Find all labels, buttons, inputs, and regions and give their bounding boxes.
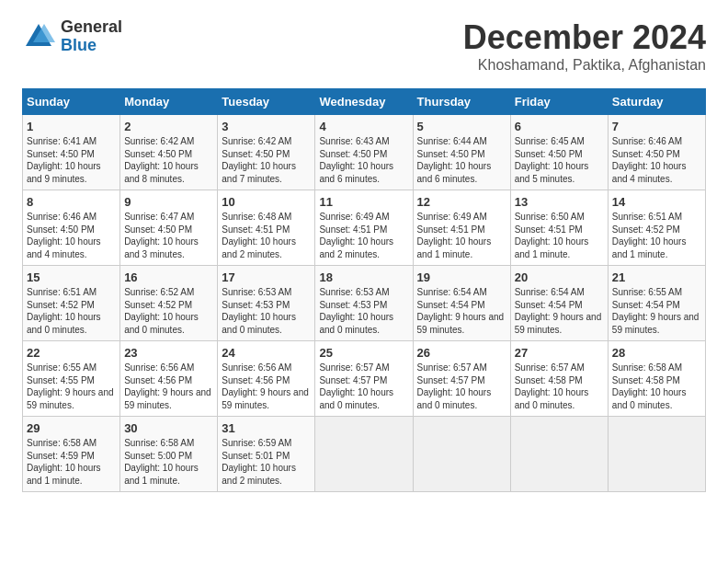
calendar-cell: 8Sunrise: 6:46 AM Sunset: 4:50 PM Daylig… <box>23 190 120 266</box>
day-number: 22 <box>27 346 116 360</box>
day-number: 14 <box>612 195 701 209</box>
day-content: Sunrise: 6:57 AM Sunset: 4:57 PM Dayligh… <box>319 362 408 411</box>
day-content: Sunrise: 6:44 AM Sunset: 4:50 PM Dayligh… <box>417 135 506 185</box>
day-content: Sunrise: 6:54 AM Sunset: 4:54 PM Dayligh… <box>515 286 604 336</box>
day-content: Sunrise: 6:48 AM Sunset: 4:51 PM Dayligh… <box>222 211 311 260</box>
day-number: 2 <box>124 120 213 133</box>
day-number: 18 <box>319 270 408 284</box>
day-number: 5 <box>417 120 506 133</box>
calendar-cell: 1Sunrise: 6:41 AM Sunset: 4:50 PM Daylig… <box>23 115 120 190</box>
day-number: 26 <box>417 346 506 360</box>
header-friday: Friday <box>510 89 608 115</box>
header-wednesday: Wednesday <box>315 89 413 115</box>
calendar-body: 1Sunrise: 6:41 AM Sunset: 4:50 PM Daylig… <box>23 115 706 492</box>
day-content: Sunrise: 6:58 AM Sunset: 4:58 PM Dayligh… <box>612 362 701 411</box>
day-content: Sunrise: 6:54 AM Sunset: 4:54 PM Dayligh… <box>417 286 506 336</box>
day-number: 21 <box>612 270 701 284</box>
logo-blue: Blue <box>61 37 122 55</box>
title-area: December 2024 Khoshamand, Paktika, Afgha… <box>463 18 706 74</box>
calendar-cell <box>608 417 705 492</box>
header-tuesday: Tuesday <box>218 89 315 115</box>
day-content: Sunrise: 6:58 AM Sunset: 5:00 PM Dayligh… <box>124 437 213 487</box>
calendar-cell <box>510 417 608 492</box>
calendar-cell: 15Sunrise: 6:51 AM Sunset: 4:52 PM Dayli… <box>23 266 120 341</box>
day-content: Sunrise: 6:46 AM Sunset: 4:50 PM Dayligh… <box>27 211 116 260</box>
calendar-cell: 3Sunrise: 6:42 AM Sunset: 4:50 PM Daylig… <box>218 115 315 190</box>
day-content: Sunrise: 6:42 AM Sunset: 4:50 PM Dayligh… <box>124 135 213 185</box>
logo-general: General <box>61 18 122 37</box>
calendar-cell: 14Sunrise: 6:51 AM Sunset: 4:52 PM Dayli… <box>608 190 705 266</box>
calendar-cell: 23Sunrise: 6:56 AM Sunset: 4:56 PM Dayli… <box>120 341 218 417</box>
subtitle: Khoshamand, Paktika, Afghanistan <box>463 57 706 74</box>
day-number: 20 <box>515 270 604 284</box>
day-number: 3 <box>222 120 311 133</box>
calendar-cell: 26Sunrise: 6:57 AM Sunset: 4:57 PM Dayli… <box>413 341 510 417</box>
calendar-cell <box>413 417 510 492</box>
day-number: 7 <box>612 120 701 133</box>
day-content: Sunrise: 6:42 AM Sunset: 4:50 PM Dayligh… <box>222 135 311 185</box>
day-number: 19 <box>417 270 506 284</box>
calendar-cell: 5Sunrise: 6:44 AM Sunset: 4:50 PM Daylig… <box>413 115 510 190</box>
day-content: Sunrise: 6:57 AM Sunset: 4:57 PM Dayligh… <box>417 362 506 411</box>
day-number: 11 <box>319 195 408 209</box>
calendar-cell: 16Sunrise: 6:52 AM Sunset: 4:52 PM Dayli… <box>120 266 218 341</box>
calendar-cell: 24Sunrise: 6:56 AM Sunset: 4:56 PM Dayli… <box>218 341 315 417</box>
month-title: December 2024 <box>463 18 706 57</box>
calendar-week-5: 29Sunrise: 6:58 AM Sunset: 4:59 PM Dayli… <box>23 417 706 492</box>
day-content: Sunrise: 6:58 AM Sunset: 4:59 PM Dayligh… <box>27 437 116 487</box>
day-content: Sunrise: 6:49 AM Sunset: 4:51 PM Dayligh… <box>417 211 506 260</box>
calendar-cell: 17Sunrise: 6:53 AM Sunset: 4:53 PM Dayli… <box>218 266 315 341</box>
day-number: 10 <box>222 195 311 209</box>
calendar-cell: 12Sunrise: 6:49 AM Sunset: 4:51 PM Dayli… <box>413 190 510 266</box>
calendar-cell <box>315 417 413 492</box>
logo-text: General Blue <box>61 18 122 55</box>
calendar-week-2: 8Sunrise: 6:46 AM Sunset: 4:50 PM Daylig… <box>23 190 706 266</box>
day-content: Sunrise: 6:45 AM Sunset: 4:50 PM Dayligh… <box>515 135 604 185</box>
calendar-week-4: 22Sunrise: 6:55 AM Sunset: 4:55 PM Dayli… <box>23 341 706 417</box>
day-number: 8 <box>27 195 116 209</box>
day-content: Sunrise: 6:56 AM Sunset: 4:56 PM Dayligh… <box>222 362 311 411</box>
day-number: 15 <box>27 270 116 284</box>
day-content: Sunrise: 6:47 AM Sunset: 4:50 PM Dayligh… <box>124 211 213 260</box>
calendar-cell: 21Sunrise: 6:55 AM Sunset: 4:54 PM Dayli… <box>608 266 705 341</box>
day-number: 24 <box>222 346 311 360</box>
calendar-cell: 29Sunrise: 6:58 AM Sunset: 4:59 PM Dayli… <box>23 417 120 492</box>
calendar-cell: 10Sunrise: 6:48 AM Sunset: 4:51 PM Dayli… <box>218 190 315 266</box>
calendar-cell: 31Sunrise: 6:59 AM Sunset: 5:01 PM Dayli… <box>218 417 315 492</box>
day-content: Sunrise: 6:57 AM Sunset: 4:58 PM Dayligh… <box>515 362 604 411</box>
calendar-cell: 30Sunrise: 6:58 AM Sunset: 5:00 PM Dayli… <box>120 417 218 492</box>
calendar-cell: 11Sunrise: 6:49 AM Sunset: 4:51 PM Dayli… <box>315 190 413 266</box>
calendar-cell: 7Sunrise: 6:46 AM Sunset: 4:50 PM Daylig… <box>608 115 705 190</box>
day-content: Sunrise: 6:49 AM Sunset: 4:51 PM Dayligh… <box>319 211 408 260</box>
header-row: Sunday Monday Tuesday Wednesday Thursday… <box>23 89 706 115</box>
calendar-week-1: 1Sunrise: 6:41 AM Sunset: 4:50 PM Daylig… <box>23 115 706 190</box>
day-number: 17 <box>222 270 311 284</box>
day-content: Sunrise: 6:55 AM Sunset: 4:55 PM Dayligh… <box>27 362 116 411</box>
day-number: 30 <box>124 421 213 435</box>
calendar-cell: 19Sunrise: 6:54 AM Sunset: 4:54 PM Dayli… <box>413 266 510 341</box>
day-content: Sunrise: 6:56 AM Sunset: 4:56 PM Dayligh… <box>124 362 213 411</box>
day-number: 4 <box>319 120 408 133</box>
header: General Blue December 2024 Khoshamand, P… <box>22 18 706 74</box>
day-content: Sunrise: 6:52 AM Sunset: 4:52 PM Dayligh… <box>124 286 213 336</box>
day-number: 29 <box>27 421 116 435</box>
calendar-cell: 25Sunrise: 6:57 AM Sunset: 4:57 PM Dayli… <box>315 341 413 417</box>
calendar-header: Sunday Monday Tuesday Wednesday Thursday… <box>23 89 706 115</box>
calendar-cell: 18Sunrise: 6:53 AM Sunset: 4:53 PM Dayli… <box>315 266 413 341</box>
day-number: 28 <box>612 346 701 360</box>
calendar-cell: 4Sunrise: 6:43 AM Sunset: 4:50 PM Daylig… <box>315 115 413 190</box>
day-content: Sunrise: 6:53 AM Sunset: 4:53 PM Dayligh… <box>319 286 408 336</box>
calendar-week-3: 15Sunrise: 6:51 AM Sunset: 4:52 PM Dayli… <box>23 266 706 341</box>
logo-icon <box>22 20 55 53</box>
day-content: Sunrise: 6:50 AM Sunset: 4:51 PM Dayligh… <box>515 211 604 260</box>
calendar-cell: 13Sunrise: 6:50 AM Sunset: 4:51 PM Dayli… <box>510 190 608 266</box>
calendar-cell: 20Sunrise: 6:54 AM Sunset: 4:54 PM Dayli… <box>510 266 608 341</box>
day-number: 12 <box>417 195 506 209</box>
day-number: 13 <box>515 195 604 209</box>
day-content: Sunrise: 6:53 AM Sunset: 4:53 PM Dayligh… <box>222 286 311 336</box>
header-monday: Monday <box>120 89 218 115</box>
day-content: Sunrise: 6:59 AM Sunset: 5:01 PM Dayligh… <box>222 437 311 487</box>
day-number: 27 <box>515 346 604 360</box>
day-number: 6 <box>515 120 604 133</box>
day-content: Sunrise: 6:46 AM Sunset: 4:50 PM Dayligh… <box>612 135 701 185</box>
